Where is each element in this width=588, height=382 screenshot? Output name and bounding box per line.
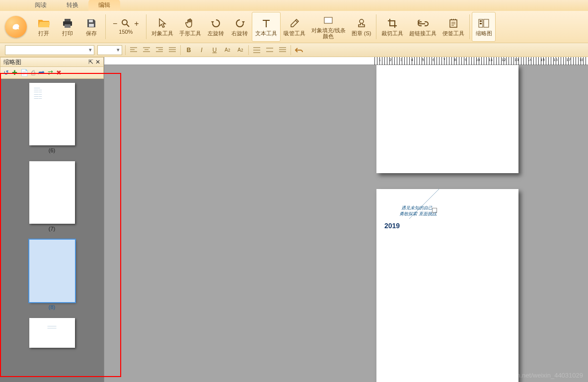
rotate-left-button[interactable]: 左旋转 bbox=[204, 12, 228, 42]
italic-button[interactable]: I bbox=[197, 45, 207, 55]
subscript-button[interactable]: A2 bbox=[235, 45, 245, 55]
tab-read[interactable]: 阅读 bbox=[25, 0, 57, 11]
thumbnail-item[interactable]: (7) bbox=[0, 161, 104, 232]
svg-rect-2 bbox=[65, 24, 71, 28]
thumbnail-panel-toolbar: ↺ ✚ 📄 ⎙ ⮫ ⇄ ✖ bbox=[0, 67, 104, 79]
svg-rect-11 bbox=[484, 19, 489, 27]
svg-point-8 bbox=[360, 19, 364, 23]
bold-button[interactable]: B bbox=[184, 45, 194, 55]
svg-rect-13 bbox=[480, 23, 482, 24]
replace-icon[interactable]: ⇄ bbox=[48, 69, 53, 76]
thumbnail-panel-header: 缩略图 ⇱ ✕ bbox=[0, 57, 104, 67]
add-page-icon[interactable]: ✚ bbox=[12, 69, 17, 76]
svg-point-5 bbox=[122, 20, 127, 25]
thumbnail-item[interactable]: ———————————— bbox=[0, 318, 104, 348]
svg-rect-4 bbox=[89, 24, 94, 27]
thumbnail-panel: 缩略图 ⇱ ✕ ↺ ✚ 📄 ⎙ ⮫ ⇄ ✖ ——————— ————— ————… bbox=[0, 57, 104, 382]
thumbnail-list[interactable]: ——————— ————— ————— ————— ————— —— (6) (… bbox=[0, 79, 104, 382]
align-justify-button[interactable] bbox=[167, 45, 177, 55]
text-tool-button[interactable]: 文本工具 bbox=[252, 12, 281, 42]
export-icon[interactable]: ⮫ bbox=[38, 69, 45, 76]
print-button[interactable]: 打印 bbox=[56, 12, 79, 42]
thumbnail-item[interactable]: (8) bbox=[0, 240, 104, 310]
cursor-icon bbox=[156, 17, 168, 29]
pin-icon[interactable]: ⇱ bbox=[88, 59, 93, 65]
eyedropper-icon bbox=[289, 17, 300, 29]
crop-button[interactable]: 裁切工具 bbox=[378, 12, 406, 42]
object-tool-button[interactable]: 对象工具 bbox=[148, 12, 176, 42]
fill-stroke-button[interactable]: 对象填充/线条颜色 bbox=[308, 12, 349, 42]
font-size-combo[interactable]: ▾ bbox=[97, 45, 122, 55]
page-view-7[interactable] bbox=[376, 65, 518, 173]
page-quote-2: 勇敢探索 直面挑战 bbox=[399, 211, 437, 217]
hyperlink-button[interactable]: 超链接工具 bbox=[406, 12, 440, 42]
thumbnail-icon bbox=[478, 17, 490, 29]
rotate-right-icon bbox=[234, 17, 246, 29]
save-icon bbox=[85, 17, 97, 29]
horizontal-ruler: 123456789101112131415161718 bbox=[104, 57, 588, 65]
line-spacing-1-button[interactable] bbox=[252, 45, 262, 55]
crop-icon bbox=[386, 17, 398, 29]
tab-convert[interactable]: 转换 bbox=[57, 0, 88, 11]
svg-rect-0 bbox=[65, 19, 71, 21]
watermark: https://blog.csdn.net/weixin_44031029 bbox=[473, 372, 583, 379]
page-marker bbox=[432, 208, 437, 213]
workspace: 缩略图 ⇱ ✕ ↺ ✚ 📄 ⎙ ⮫ ⇄ ✖ ——————— ————— ————… bbox=[0, 57, 588, 382]
zoom-group: − + 150% bbox=[108, 12, 144, 42]
note-button[interactable]: 便签工具 bbox=[440, 12, 467, 42]
insert-page-icon[interactable]: 📄 bbox=[20, 69, 28, 76]
rotate-left-icon bbox=[210, 17, 222, 29]
tab-edit[interactable]: 编辑 bbox=[88, 0, 120, 11]
undo-button[interactable] bbox=[294, 45, 304, 55]
stamp-icon bbox=[356, 17, 368, 29]
svg-rect-3 bbox=[89, 20, 93, 22]
thumbnail-item[interactable]: ——————— ————— ————— ————— ————— —— (6) bbox=[0, 83, 104, 153]
eyedropper-button[interactable]: 吸管工具 bbox=[281, 12, 308, 42]
close-icon[interactable]: ✕ bbox=[95, 59, 100, 65]
page-view-8[interactable]: 遇见未知的自己 勇敢探索 直面挑战 2019 bbox=[376, 189, 518, 382]
format-toolbar: ▾ ▾ B I U A2 A2 bbox=[0, 43, 588, 57]
magnifier-icon bbox=[121, 19, 130, 29]
folder-icon bbox=[38, 17, 50, 29]
ribbon-toolbar: 打开 打印 保存 − + 150% 对象工具 手形工具 左旋转 右旋转 文本工具 bbox=[0, 11, 588, 43]
rotate-right-button[interactable]: 右旋转 bbox=[228, 12, 252, 42]
printer-icon bbox=[62, 17, 74, 29]
align-center-button[interactable] bbox=[142, 45, 151, 55]
link-icon bbox=[417, 17, 429, 29]
mode-tabs: 阅读 转换 编辑 bbox=[0, 0, 588, 11]
superscript-button[interactable]: A2 bbox=[222, 45, 232, 55]
document-canvas[interactable]: 123456789101112131415161718 遇见未知的自己 勇敢探索… bbox=[104, 57, 588, 382]
open-button[interactable]: 打开 bbox=[32, 12, 56, 42]
hand-tool-button[interactable]: 手形工具 bbox=[176, 12, 204, 42]
zoom-out-button[interactable]: − bbox=[111, 19, 119, 28]
thumbnail-panel-title: 缩略图 bbox=[3, 58, 21, 66]
fill-icon bbox=[322, 14, 334, 26]
svg-rect-7 bbox=[324, 17, 332, 23]
font-family-combo[interactable]: ▾ bbox=[5, 45, 94, 55]
rotate-icon[interactable]: ↺ bbox=[3, 69, 9, 76]
note-icon bbox=[447, 17, 459, 29]
underline-button[interactable]: U bbox=[210, 45, 220, 55]
line-spacing-2-button[interactable] bbox=[265, 45, 275, 55]
delete-page-icon[interactable]: ✖ bbox=[56, 69, 62, 76]
extract-icon[interactable]: ⎙ bbox=[31, 69, 35, 76]
stamp-button[interactable]: 图章 (S) bbox=[349, 12, 374, 42]
save-button[interactable]: 保存 bbox=[79, 12, 103, 42]
svg-rect-12 bbox=[480, 20, 482, 22]
line-spacing-3-button[interactable] bbox=[278, 45, 288, 55]
hand-icon bbox=[184, 17, 196, 29]
elephant-icon bbox=[9, 20, 22, 33]
zoom-in-button[interactable]: + bbox=[132, 19, 141, 28]
svg-line-6 bbox=[127, 24, 129, 27]
app-logo[interactable] bbox=[5, 16, 27, 38]
thumbnail-toggle-button[interactable]: 缩略图 bbox=[472, 12, 496, 42]
text-icon bbox=[260, 17, 272, 29]
align-right-button[interactable] bbox=[154, 45, 164, 55]
page-year: 2019 bbox=[384, 222, 400, 230]
align-left-button[interactable] bbox=[129, 45, 139, 55]
